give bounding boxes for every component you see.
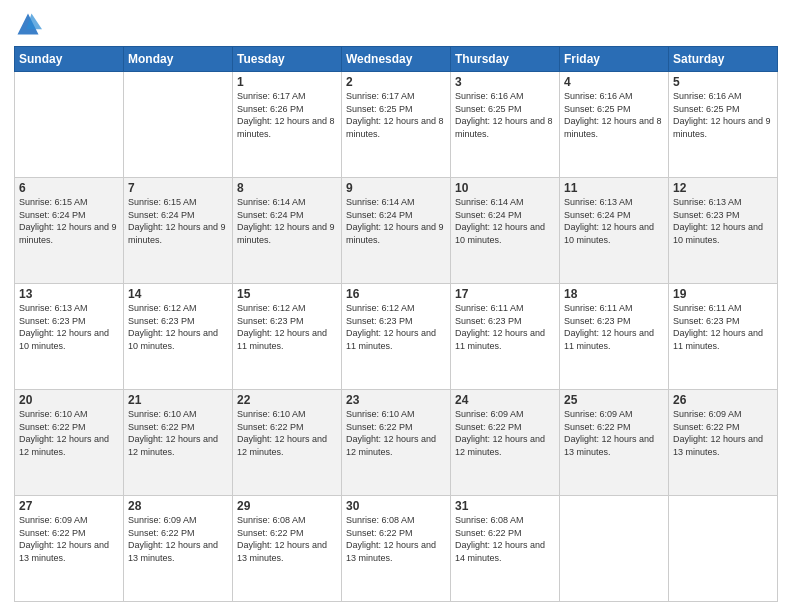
weekday-header: Tuesday bbox=[233, 47, 342, 72]
calendar-cell: 11Sunrise: 6:13 AMSunset: 6:24 PMDayligh… bbox=[560, 178, 669, 284]
day-number: 20 bbox=[19, 393, 119, 407]
weekday-header: Thursday bbox=[451, 47, 560, 72]
day-number: 22 bbox=[237, 393, 337, 407]
calendar-cell: 7Sunrise: 6:15 AMSunset: 6:24 PMDaylight… bbox=[124, 178, 233, 284]
day-number: 9 bbox=[346, 181, 446, 195]
day-number: 18 bbox=[564, 287, 664, 301]
day-number: 25 bbox=[564, 393, 664, 407]
day-number: 24 bbox=[455, 393, 555, 407]
day-number: 8 bbox=[237, 181, 337, 195]
day-number: 2 bbox=[346, 75, 446, 89]
day-number: 12 bbox=[673, 181, 773, 195]
weekday-header: Saturday bbox=[669, 47, 778, 72]
calendar-cell: 1Sunrise: 6:17 AMSunset: 6:26 PMDaylight… bbox=[233, 72, 342, 178]
day-number: 1 bbox=[237, 75, 337, 89]
day-info: Sunrise: 6:16 AMSunset: 6:25 PMDaylight:… bbox=[455, 90, 555, 140]
day-number: 29 bbox=[237, 499, 337, 513]
logo bbox=[14, 10, 46, 38]
calendar-cell: 14Sunrise: 6:12 AMSunset: 6:23 PMDayligh… bbox=[124, 284, 233, 390]
day-number: 27 bbox=[19, 499, 119, 513]
day-number: 3 bbox=[455, 75, 555, 89]
day-info: Sunrise: 6:16 AMSunset: 6:25 PMDaylight:… bbox=[564, 90, 664, 140]
calendar-cell: 28Sunrise: 6:09 AMSunset: 6:22 PMDayligh… bbox=[124, 496, 233, 602]
calendar-cell: 6Sunrise: 6:15 AMSunset: 6:24 PMDaylight… bbox=[15, 178, 124, 284]
day-info: Sunrise: 6:16 AMSunset: 6:25 PMDaylight:… bbox=[673, 90, 773, 140]
day-number: 7 bbox=[128, 181, 228, 195]
calendar-cell: 21Sunrise: 6:10 AMSunset: 6:22 PMDayligh… bbox=[124, 390, 233, 496]
day-info: Sunrise: 6:13 AMSunset: 6:24 PMDaylight:… bbox=[564, 196, 664, 246]
calendar-cell: 2Sunrise: 6:17 AMSunset: 6:25 PMDaylight… bbox=[342, 72, 451, 178]
calendar-header-row: SundayMondayTuesdayWednesdayThursdayFrid… bbox=[15, 47, 778, 72]
calendar-cell: 9Sunrise: 6:14 AMSunset: 6:24 PMDaylight… bbox=[342, 178, 451, 284]
day-number: 6 bbox=[19, 181, 119, 195]
logo-icon bbox=[14, 10, 42, 38]
calendar-cell: 25Sunrise: 6:09 AMSunset: 6:22 PMDayligh… bbox=[560, 390, 669, 496]
day-info: Sunrise: 6:14 AMSunset: 6:24 PMDaylight:… bbox=[237, 196, 337, 246]
calendar-cell bbox=[669, 496, 778, 602]
day-info: Sunrise: 6:12 AMSunset: 6:23 PMDaylight:… bbox=[237, 302, 337, 352]
day-info: Sunrise: 6:08 AMSunset: 6:22 PMDaylight:… bbox=[455, 514, 555, 564]
day-number: 16 bbox=[346, 287, 446, 301]
day-info: Sunrise: 6:12 AMSunset: 6:23 PMDaylight:… bbox=[128, 302, 228, 352]
day-info: Sunrise: 6:14 AMSunset: 6:24 PMDaylight:… bbox=[346, 196, 446, 246]
calendar-cell: 12Sunrise: 6:13 AMSunset: 6:23 PMDayligh… bbox=[669, 178, 778, 284]
day-info: Sunrise: 6:09 AMSunset: 6:22 PMDaylight:… bbox=[128, 514, 228, 564]
day-info: Sunrise: 6:12 AMSunset: 6:23 PMDaylight:… bbox=[346, 302, 446, 352]
calendar-cell: 16Sunrise: 6:12 AMSunset: 6:23 PMDayligh… bbox=[342, 284, 451, 390]
day-number: 13 bbox=[19, 287, 119, 301]
day-number: 31 bbox=[455, 499, 555, 513]
calendar-cell: 8Sunrise: 6:14 AMSunset: 6:24 PMDaylight… bbox=[233, 178, 342, 284]
day-info: Sunrise: 6:09 AMSunset: 6:22 PMDaylight:… bbox=[673, 408, 773, 458]
calendar-cell: 15Sunrise: 6:12 AMSunset: 6:23 PMDayligh… bbox=[233, 284, 342, 390]
calendar-week-row: 20Sunrise: 6:10 AMSunset: 6:22 PMDayligh… bbox=[15, 390, 778, 496]
calendar-week-row: 1Sunrise: 6:17 AMSunset: 6:26 PMDaylight… bbox=[15, 72, 778, 178]
day-info: Sunrise: 6:09 AMSunset: 6:22 PMDaylight:… bbox=[564, 408, 664, 458]
day-info: Sunrise: 6:09 AMSunset: 6:22 PMDaylight:… bbox=[455, 408, 555, 458]
calendar-cell: 4Sunrise: 6:16 AMSunset: 6:25 PMDaylight… bbox=[560, 72, 669, 178]
day-number: 5 bbox=[673, 75, 773, 89]
day-info: Sunrise: 6:11 AMSunset: 6:23 PMDaylight:… bbox=[455, 302, 555, 352]
day-info: Sunrise: 6:11 AMSunset: 6:23 PMDaylight:… bbox=[564, 302, 664, 352]
day-info: Sunrise: 6:17 AMSunset: 6:25 PMDaylight:… bbox=[346, 90, 446, 140]
weekday-header: Monday bbox=[124, 47, 233, 72]
calendar-cell: 23Sunrise: 6:10 AMSunset: 6:22 PMDayligh… bbox=[342, 390, 451, 496]
calendar-cell: 17Sunrise: 6:11 AMSunset: 6:23 PMDayligh… bbox=[451, 284, 560, 390]
calendar-cell: 5Sunrise: 6:16 AMSunset: 6:25 PMDaylight… bbox=[669, 72, 778, 178]
day-info: Sunrise: 6:13 AMSunset: 6:23 PMDaylight:… bbox=[673, 196, 773, 246]
calendar-cell: 3Sunrise: 6:16 AMSunset: 6:25 PMDaylight… bbox=[451, 72, 560, 178]
calendar-cell: 26Sunrise: 6:09 AMSunset: 6:22 PMDayligh… bbox=[669, 390, 778, 496]
day-info: Sunrise: 6:08 AMSunset: 6:22 PMDaylight:… bbox=[237, 514, 337, 564]
calendar-cell: 22Sunrise: 6:10 AMSunset: 6:22 PMDayligh… bbox=[233, 390, 342, 496]
weekday-header: Sunday bbox=[15, 47, 124, 72]
day-number: 10 bbox=[455, 181, 555, 195]
weekday-header: Wednesday bbox=[342, 47, 451, 72]
calendar-week-row: 13Sunrise: 6:13 AMSunset: 6:23 PMDayligh… bbox=[15, 284, 778, 390]
day-number: 14 bbox=[128, 287, 228, 301]
day-number: 21 bbox=[128, 393, 228, 407]
calendar-cell: 27Sunrise: 6:09 AMSunset: 6:22 PMDayligh… bbox=[15, 496, 124, 602]
day-number: 26 bbox=[673, 393, 773, 407]
day-number: 30 bbox=[346, 499, 446, 513]
calendar-cell bbox=[124, 72, 233, 178]
day-info: Sunrise: 6:17 AMSunset: 6:26 PMDaylight:… bbox=[237, 90, 337, 140]
calendar-cell: 31Sunrise: 6:08 AMSunset: 6:22 PMDayligh… bbox=[451, 496, 560, 602]
day-info: Sunrise: 6:15 AMSunset: 6:24 PMDaylight:… bbox=[19, 196, 119, 246]
day-info: Sunrise: 6:15 AMSunset: 6:24 PMDaylight:… bbox=[128, 196, 228, 246]
calendar-cell: 10Sunrise: 6:14 AMSunset: 6:24 PMDayligh… bbox=[451, 178, 560, 284]
day-info: Sunrise: 6:10 AMSunset: 6:22 PMDaylight:… bbox=[128, 408, 228, 458]
calendar-cell bbox=[560, 496, 669, 602]
day-number: 17 bbox=[455, 287, 555, 301]
calendar-cell: 13Sunrise: 6:13 AMSunset: 6:23 PMDayligh… bbox=[15, 284, 124, 390]
page: SundayMondayTuesdayWednesdayThursdayFrid… bbox=[0, 0, 792, 612]
day-number: 28 bbox=[128, 499, 228, 513]
calendar-week-row: 27Sunrise: 6:09 AMSunset: 6:22 PMDayligh… bbox=[15, 496, 778, 602]
calendar-cell: 19Sunrise: 6:11 AMSunset: 6:23 PMDayligh… bbox=[669, 284, 778, 390]
calendar-cell: 20Sunrise: 6:10 AMSunset: 6:22 PMDayligh… bbox=[15, 390, 124, 496]
day-number: 15 bbox=[237, 287, 337, 301]
day-number: 23 bbox=[346, 393, 446, 407]
weekday-header: Friday bbox=[560, 47, 669, 72]
calendar-cell: 30Sunrise: 6:08 AMSunset: 6:22 PMDayligh… bbox=[342, 496, 451, 602]
day-number: 4 bbox=[564, 75, 664, 89]
calendar-cell: 29Sunrise: 6:08 AMSunset: 6:22 PMDayligh… bbox=[233, 496, 342, 602]
day-number: 11 bbox=[564, 181, 664, 195]
